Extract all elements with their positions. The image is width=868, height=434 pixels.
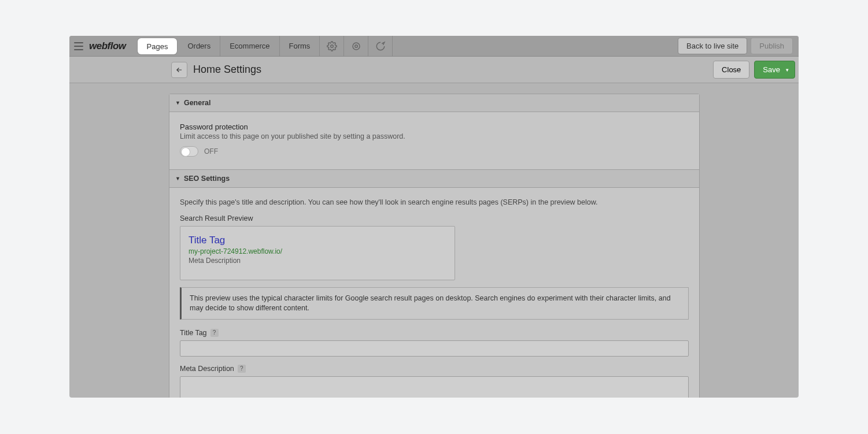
help-icon[interactable]: ?	[238, 365, 246, 373]
back-to-live-button[interactable]: Back to live site	[678, 38, 747, 54]
section-body-seo: Specify this page's title and descriptio…	[169, 188, 699, 398]
serp-preview-label: Search Result Preview	[180, 214, 689, 222]
serp-title: Title Tag	[189, 235, 446, 246]
meta-desc-label: Meta Description ?	[180, 365, 689, 373]
tab-forms[interactable]: Forms	[280, 36, 320, 56]
title-tag-label: Title Tag ?	[180, 329, 689, 337]
svg-point-1	[353, 43, 360, 50]
chevron-down-icon: ▼	[175, 176, 180, 181]
serp-meta: Meta Description	[189, 257, 446, 265]
tab-pages[interactable]: Pages	[138, 38, 178, 54]
chevron-down-icon: ▼	[175, 100, 180, 106]
tab-ecommerce[interactable]: Ecommerce	[220, 36, 279, 56]
settings-content: ▼ General Password protection Limit acce…	[169, 94, 700, 398]
save-button[interactable]: Save ▾	[754, 61, 795, 79]
chevron-down-icon: ▾	[786, 67, 789, 73]
share-icon[interactable]	[368, 36, 393, 56]
title-tag-input[interactable]	[180, 340, 689, 357]
password-label: Password protection	[180, 123, 689, 131]
page-title: Home Settings	[193, 64, 261, 76]
settings-panel: ▼ General Password protection Limit acce…	[169, 94, 700, 398]
section-header-seo[interactable]: ▼ SEO Settings	[169, 169, 699, 188]
seo-intro: Specify this page's title and descriptio…	[180, 198, 689, 206]
serp-preview: Title Tag my-project-724912.webflow.io/ …	[180, 226, 455, 280]
subheader: Home Settings Close Save ▾	[69, 57, 799, 83]
svg-point-2	[355, 44, 358, 47]
gear-icon[interactable]	[344, 36, 368, 56]
app-window: webflow Pages Orders Ecommerce Forms Bac…	[69, 36, 799, 398]
tab-group: Pages Orders Ecommerce Forms	[136, 36, 393, 56]
brand-logo: webflow	[89, 40, 126, 52]
serp-url: my-project-724912.webflow.io/	[189, 247, 446, 255]
save-button-label: Save	[763, 65, 780, 74]
section-body-general: Password protection Limit access to this…	[169, 112, 699, 169]
password-toggle-state: OFF	[204, 147, 218, 155]
password-toggle[interactable]	[180, 146, 198, 157]
section-title-general: General	[184, 99, 211, 107]
serp-note: This preview uses the typical character …	[180, 287, 689, 320]
password-help: Limit access to this page on your publis…	[180, 132, 689, 140]
svg-point-0	[331, 44, 334, 47]
topbar: webflow Pages Orders Ecommerce Forms Bac…	[69, 36, 799, 57]
help-icon[interactable]: ?	[210, 329, 219, 337]
close-button[interactable]: Close	[713, 61, 749, 79]
tab-orders[interactable]: Orders	[178, 36, 220, 56]
settings-icon[interactable]	[320, 36, 344, 56]
publish-button[interactable]: Publish	[751, 38, 793, 54]
meta-desc-input[interactable]	[180, 376, 689, 398]
hamburger-icon[interactable]	[74, 42, 83, 50]
section-title-seo: SEO Settings	[184, 175, 230, 183]
back-button[interactable]	[171, 62, 187, 78]
section-header-general[interactable]: ▼ General	[169, 94, 699, 112]
